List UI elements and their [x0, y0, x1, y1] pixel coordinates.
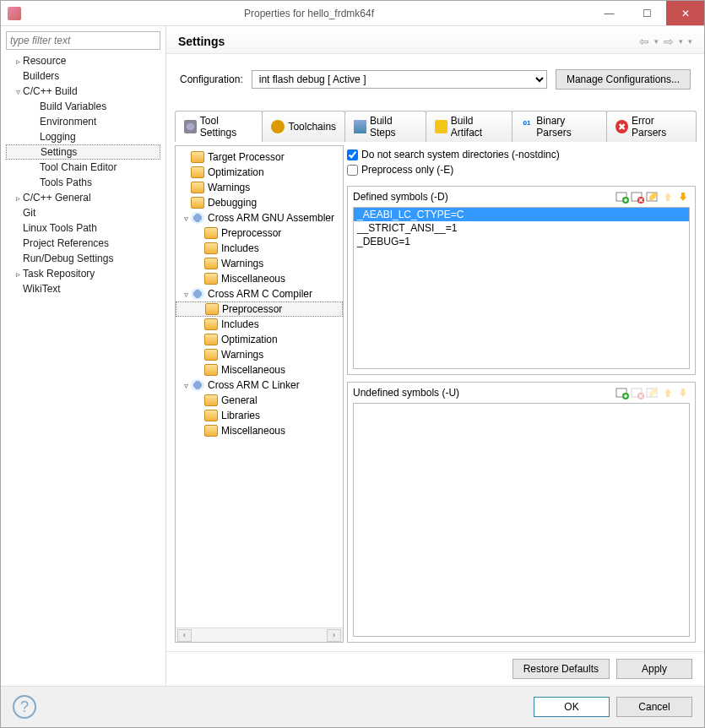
sidebar-item-label: Logging — [40, 131, 76, 143]
sidebar-item[interactable]: Tools Paths — [6, 175, 160, 190]
close-button[interactable]: ✕ — [666, 1, 704, 25]
settings-tabs: Tool SettingsToolchainsBuild StepsBuild … — [175, 110, 696, 142]
window-title: Properties for hello_frdmk64f — [28, 8, 590, 19]
sidebar-item[interactable]: Logging — [6, 129, 160, 144]
list-item[interactable]: _DEBUG=1 — [354, 235, 689, 248]
sidebar-item[interactable]: Environment — [6, 114, 160, 129]
forward-menu-icon[interactable]: ▾ — [679, 37, 683, 46]
category-tree[interactable]: ▹ResourceBuilders▿C/C++ BuildBuild Varia… — [6, 53, 160, 681]
tool-tree-item[interactable]: Libraries — [176, 408, 343, 423]
preprocess-only-checkbox-row[interactable]: Preprocess only (-E) — [347, 162, 696, 177]
sidebar-item-label: Tool Chain Editor — [40, 161, 117, 173]
tool-tree-item[interactable]: Optimization — [176, 332, 343, 347]
help-icon[interactable]: ? — [13, 695, 36, 719]
tool-tree-label: Miscellaneous — [221, 273, 285, 285]
sidebar-item-label: Builders — [23, 70, 59, 82]
back-menu-icon[interactable]: ▾ — [654, 37, 659, 46]
tab-error-parsers[interactable]: ✖Error Parsers — [606, 111, 697, 142]
tool-tree-item[interactable]: ▿Cross ARM C Compiler — [176, 286, 343, 302]
sidebar-item[interactable]: Settings — [6, 144, 160, 160]
delete-undef-icon — [631, 386, 644, 399]
sidebar-item[interactable]: ▿C/C++ Build — [6, 84, 160, 99]
cancel-button[interactable]: Cancel — [616, 697, 692, 717]
add-undef-icon[interactable] — [616, 386, 629, 399]
tab-tool-settings[interactable]: Tool Settings — [175, 111, 263, 142]
category-sidebar: ▹ResourceBuilders▿C/C++ BuildBuild Varia… — [1, 26, 166, 686]
tool-tree-item[interactable]: General — [176, 393, 343, 408]
tool-tree-item[interactable]: Miscellaneous — [176, 362, 343, 378]
move-down-icon[interactable] — [676, 190, 690, 204]
tool-tree-item[interactable]: Miscellaneous — [176, 271, 343, 286]
tool-tree-item[interactable]: Preprocessor — [176, 302, 343, 317]
tool-tree-label: Miscellaneous — [221, 425, 285, 437]
tool-tree-item[interactable]: Preprocessor — [176, 225, 343, 241]
horizontal-scrollbar[interactable]: ‹ › — [176, 627, 343, 642]
tab-toolchains[interactable]: Toolchains — [262, 111, 345, 142]
sidebar-item[interactable]: Linux Tools Path — [6, 220, 160, 236]
svg-rect-6 — [681, 193, 685, 197]
edit-symbol-icon[interactable] — [646, 190, 659, 204]
tab-label: Tool Settings — [200, 115, 254, 139]
scroll-right-icon[interactable]: › — [327, 629, 341, 642]
tab-binary-parsers[interactable]: 01Binary Parsers — [512, 111, 608, 142]
tool-tree-item[interactable]: Debugging — [176, 195, 343, 210]
sidebar-item[interactable]: Build Variables — [6, 99, 160, 114]
add-symbol-icon[interactable] — [616, 190, 629, 204]
scroll-left-icon[interactable]: ‹ — [177, 629, 192, 642]
restore-defaults-button[interactable]: Restore Defaults — [512, 659, 610, 679]
sidebar-item[interactable]: ▹Task Repository — [6, 266, 160, 281]
tool-tree-label: Warnings — [221, 349, 263, 361]
nostdinc-checkbox-row[interactable]: Do not search system directories (-nostd… — [347, 147, 696, 162]
maximize-button[interactable]: ☐ — [628, 1, 666, 25]
filter-input[interactable] — [6, 31, 160, 50]
tool-tree-label: Debugging — [208, 197, 257, 209]
configuration-select[interactable]: int flash debug [ Active ] — [252, 70, 547, 89]
undefined-symbols-panel: Undefined symbols (-U) — [347, 382, 696, 643]
sidebar-item[interactable]: Run/Debug Settings — [6, 251, 160, 266]
preprocess-only-label: Preprocess only (-E) — [361, 164, 453, 176]
defined-symbols-panel: Defined symbols (-D) _AEABI_LC_CTYPE=C__… — [347, 186, 696, 375]
forward-icon[interactable]: ⇨ — [664, 35, 674, 48]
manage-configurations-button[interactable]: Manage Configurations... — [556, 69, 691, 90]
tool-tree-item[interactable]: Includes — [176, 241, 343, 256]
folder-icon — [204, 318, 218, 330]
tool-tree-item[interactable]: Miscellaneous — [176, 423, 343, 438]
tool-tree-item[interactable]: ▿Cross ARM GNU Assembler — [176, 210, 343, 225]
tool-tree-item[interactable]: Warnings — [176, 180, 343, 195]
tab-build-steps[interactable]: Build Steps — [344, 111, 426, 142]
svg-rect-5 — [666, 197, 670, 201]
tool-tree-item[interactable]: Warnings — [176, 256, 343, 271]
tool-tree-item[interactable]: Includes — [176, 317, 343, 332]
sidebar-item[interactable]: Git — [6, 205, 160, 220]
tool-tree-item[interactable]: ▿Cross ARM C Linker — [176, 378, 343, 393]
nostdinc-checkbox[interactable] — [347, 149, 358, 160]
ok-button[interactable]: OK — [534, 697, 610, 717]
folder-icon — [205, 303, 219, 315]
sidebar-item[interactable]: Tool Chain Editor — [6, 160, 160, 175]
tool-tree-item[interactable]: Target Processor — [176, 149, 343, 165]
tool-tree-item[interactable]: Optimization — [176, 165, 343, 180]
tool-tree-label: Optimization — [208, 166, 264, 178]
sidebar-item[interactable]: WikiText — [6, 281, 160, 296]
undefined-symbols-list[interactable] — [353, 403, 690, 637]
back-icon[interactable]: ⇦ — [639, 35, 649, 48]
menu-icon[interactable]: ▾ — [688, 37, 692, 46]
minimize-button[interactable]: — — [590, 1, 628, 25]
list-item[interactable]: __STRICT_ANSI__=1 — [354, 221, 689, 235]
move-up-icon[interactable] — [661, 190, 675, 204]
delete-symbol-icon[interactable] — [631, 190, 644, 204]
page-title: Settings — [178, 35, 225, 48]
sidebar-item[interactable]: Builders — [6, 68, 160, 84]
apply-button[interactable]: Apply — [616, 659, 692, 679]
sidebar-item[interactable]: ▹C/C++ General — [6, 190, 160, 205]
tool-tree[interactable]: Target ProcessorOptimizationWarningsDebu… — [176, 146, 343, 627]
sidebar-item[interactable]: ▹Resource — [6, 53, 160, 68]
defined-symbols-list[interactable]: _AEABI_LC_CTYPE=C__STRICT_ANSI__=1_DEBUG… — [353, 207, 690, 369]
tool-tree-item[interactable]: Warnings — [176, 347, 343, 362]
preprocess-only-checkbox[interactable] — [347, 165, 358, 176]
sidebar-item-label: Run/Debug Settings — [23, 253, 113, 264]
sidebar-item[interactable]: Project References — [6, 236, 160, 251]
list-item[interactable]: _AEABI_LC_CTYPE=C — [354, 208, 689, 221]
tab-build-artifact[interactable]: Build Artifact — [426, 111, 512, 142]
move-up-undef-icon — [661, 386, 675, 399]
